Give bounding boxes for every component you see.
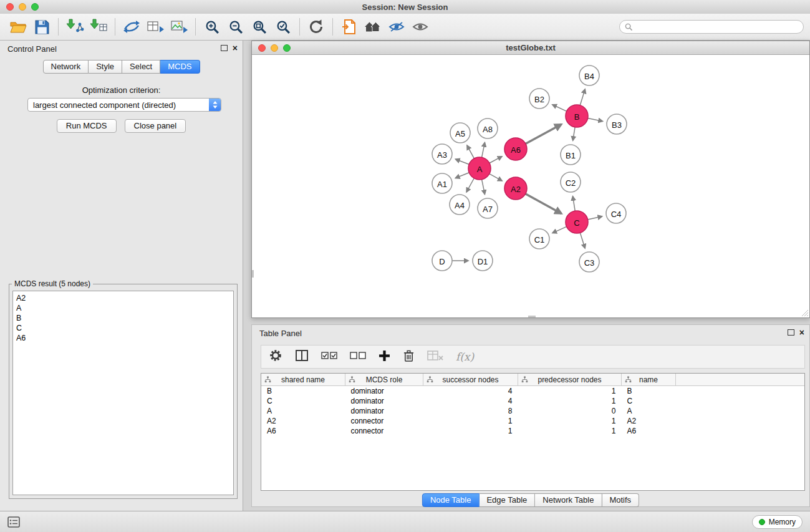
tab-network[interactable]: Network: [42, 60, 89, 74]
network-graph[interactable]: B4B2BB3A5A8A6B1A3AC2A1A2A4A7C4CC1C3DD1: [252, 55, 809, 317]
refresh-icon: [308, 19, 324, 35]
open-session-button[interactable]: [6, 16, 30, 37]
zoom-fit-button[interactable]: [248, 16, 271, 37]
zoom-in-button[interactable]: [200, 16, 224, 37]
float-panel-icon[interactable]: [221, 45, 228, 51]
column-header-successor-nodes[interactable]: successor nodes: [423, 374, 518, 386]
import-network-button[interactable]: [63, 16, 87, 37]
dropdown-stepper-icon[interactable]: [209, 99, 221, 111]
column-header-filler: [676, 374, 805, 386]
table-settings-button[interactable]: [269, 349, 282, 365]
refresh-view-button[interactable]: [304, 16, 328, 37]
vertical-scroll-thumb[interactable]: [252, 270, 254, 278]
birds-eye-view-button[interactable]: [408, 16, 432, 37]
graph-edge-A-A8[interactable]: [482, 143, 485, 158]
mcds-result-list[interactable]: A2ABCA6: [12, 291, 234, 495]
mcds-result-title: MCDS result (5 nodes): [12, 279, 93, 288]
run-mcds-button[interactable]: Run MCDS: [57, 119, 117, 133]
zoom-selected-button[interactable]: [271, 16, 295, 37]
graph-edge-A-A2[interactable]: [489, 174, 502, 181]
task-history-button[interactable]: [7, 516, 20, 530]
network-canvas[interactable]: B4B2BB3A5A8A6B1A3AC2A1A2A4A7C4CC1C3DD1: [252, 55, 809, 317]
graph-edge-C-C1[interactable]: [552, 226, 567, 233]
select-columns-button[interactable]: [295, 349, 309, 364]
graph-node-label: B2: [534, 95, 544, 104]
graph-edge-B-B2[interactable]: [552, 105, 567, 112]
column-header-predecessor-nodes[interactable]: predecessor nodes: [518, 374, 622, 386]
selected-criterion: largest connected component (directed): [28, 100, 209, 110]
toolbar-separator: [115, 18, 115, 36]
close-panel-icon[interactable]: ×: [233, 44, 238, 52]
mcds-result-item[interactable]: A6: [16, 333, 230, 343]
graph-edge-A-A6[interactable]: [489, 157, 502, 163]
graph-node-label: C3: [584, 258, 595, 268]
export-network-button[interactable]: [120, 16, 143, 37]
float-panel-icon[interactable]: [788, 329, 794, 336]
delete-table-button[interactable]: [427, 350, 443, 364]
tab-mcds[interactable]: MCDS: [160, 60, 200, 74]
search-field[interactable]: [619, 20, 804, 34]
graph-edge-A-A3[interactable]: [455, 159, 469, 164]
graphics-details-button[interactable]: [385, 16, 408, 37]
details-eye-icon: [388, 21, 405, 33]
graph-edge-A-A4[interactable]: [466, 178, 474, 192]
table-row[interactable]: Bdominator41B: [261, 386, 804, 397]
graph-edge-A6-B[interactable]: [526, 124, 562, 143]
graph-edge-A2-C[interactable]: [526, 194, 562, 214]
tab-network-table[interactable]: Network Table: [535, 493, 602, 507]
optimization-criterion-select[interactable]: largest connected component (directed): [27, 98, 221, 112]
search-input[interactable]: [636, 22, 798, 32]
tab-motifs[interactable]: Motifs: [602, 493, 639, 507]
graph-edge-A-A7[interactable]: [482, 180, 485, 195]
save-session-button[interactable]: [30, 16, 54, 37]
delete-table-icon: [427, 350, 443, 361]
close-panel-icon[interactable]: ×: [799, 329, 804, 336]
mcds-result-item[interactable]: C: [16, 323, 230, 333]
zoom-out-button[interactable]: [224, 16, 248, 37]
graph-edge-C-C3[interactable]: [580, 233, 585, 248]
graph-node-label: C2: [566, 178, 576, 188]
table-row[interactable]: Cdominator41C: [261, 396, 804, 406]
import-clipboard-button[interactable]: [337, 16, 361, 37]
graph-node-label: C1: [534, 235, 545, 244]
window-title: Session: New Session: [0, 2, 810, 12]
neighborhood-button[interactable]: [361, 16, 385, 37]
tab-node-table[interactable]: Node Table: [422, 493, 480, 507]
graph-node-label: A2: [511, 185, 521, 194]
tab-select[interactable]: Select: [122, 60, 160, 74]
graph-edge-B-B4[interactable]: [580, 89, 585, 105]
column-header-MCDS-role[interactable]: MCDS role: [345, 374, 423, 386]
graph-edge-B-B3[interactable]: [588, 118, 603, 122]
graph-edge-C-C2[interactable]: [573, 196, 576, 211]
function-builder-button[interactable]: f(x): [456, 351, 474, 363]
horizontal-scroll-thumb[interactable]: [528, 316, 536, 317]
export-table-button[interactable]: [143, 16, 167, 37]
graph-edge-A-A5[interactable]: [467, 145, 474, 158]
column-header-name[interactable]: name: [622, 374, 676, 386]
column-tree-icon: [625, 376, 632, 383]
delete-column-button[interactable]: [403, 349, 415, 365]
select-all-rows-button[interactable]: [321, 351, 337, 362]
tab-style[interactable]: Style: [89, 60, 122, 74]
mcds-result-item[interactable]: B: [16, 313, 230, 323]
graph-edge-B-B1[interactable]: [573, 127, 575, 141]
mcds-result-item[interactable]: A: [16, 303, 230, 313]
status-bar: Memory: [0, 511, 810, 532]
graph-edge-A-A1[interactable]: [455, 173, 469, 178]
export-image-button[interactable]: [167, 16, 191, 37]
close-panel-button[interactable]: Close panel: [125, 119, 186, 133]
column-header-shared-name[interactable]: shared name: [261, 374, 345, 386]
resize-grip-icon[interactable]: [800, 308, 809, 317]
toolbar-separator: [58, 18, 59, 36]
graph-edge-C-C4[interactable]: [588, 216, 602, 220]
mcds-result-item[interactable]: A2: [16, 293, 230, 303]
table-row[interactable]: Adominator80A: [261, 406, 804, 416]
table-row[interactable]: A6connector11A6: [261, 426, 804, 436]
deselect-all-rows-button[interactable]: [350, 351, 366, 362]
tab-edge-table[interactable]: Edge Table: [479, 493, 535, 507]
mcds-result-groupbox: MCDS result (5 nodes) A2ABCA6: [9, 284, 238, 499]
memory-button[interactable]: Memory: [752, 515, 803, 529]
table-row[interactable]: A2connector11A2: [261, 416, 804, 426]
import-table-button[interactable]: [87, 16, 110, 37]
add-column-button[interactable]: [378, 350, 390, 364]
